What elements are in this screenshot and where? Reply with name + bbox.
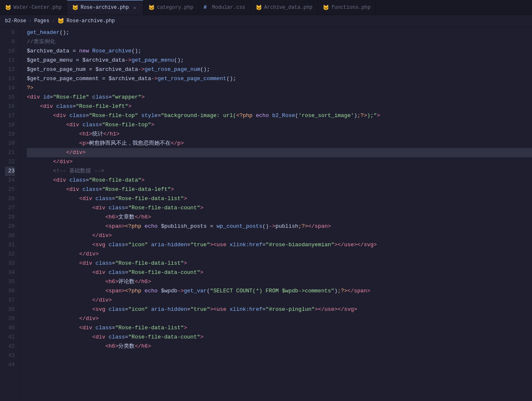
ln-29: 29 [5, 222, 15, 231]
ln-25: 25 [5, 185, 15, 194]
code-line-12: $get_page_menu = $archive_data->get_page… [27, 56, 532, 65]
code-line-44: <h6>分类数</h6> [27, 342, 532, 351]
code-line-26: <div class="Rose-file-data"> [27, 176, 532, 185]
code-line-19: <div class="Rose-file-top" style="backgr… [27, 111, 532, 120]
tab-icon-archive-data: 🐱 [256, 5, 262, 10]
code-line-17: <div id="Rose-file" class="wrapper"> [27, 93, 532, 102]
ln-30: 30 [5, 231, 15, 240]
ln-14: 14 [5, 83, 15, 93]
tab-label-functions: functions.php [331, 5, 371, 10]
ln-10: 10 [5, 47, 15, 56]
ln-20: 20 [5, 139, 15, 148]
code-line-22: <p>树愈静而风不止，我愈恋而她不在</p> [27, 139, 532, 148]
ln-33: 33 [5, 259, 15, 268]
ln-41: 41 [5, 333, 15, 342]
breadcrumb: b2-Rose › Pages › 🐱 Rose-archive.php [0, 15, 532, 27]
ln-17: 17 [5, 111, 15, 120]
ln-24: 24 [5, 176, 15, 185]
tab-label-modular: Modular.css [212, 5, 245, 10]
ln-28: 28 [5, 213, 15, 222]
code-line-16: ?> [27, 83, 532, 93]
ln-26: 26 [5, 194, 15, 203]
tab-close-rose-archive[interactable]: ✕ [131, 4, 138, 11]
ln-42: 42 [5, 342, 15, 351]
code-line-13: $get_rose_page_num = $archive_data->get_… [27, 65, 532, 74]
editor: 8 9 10 11 12 13 14 15 16 17 18 19 20 21 … [0, 27, 532, 400]
tab-icon-rose-archive: 🐱 [72, 5, 78, 10]
ln-8: 8 [5, 28, 15, 37]
ln-18: 18 [5, 120, 15, 130]
code-line-28: <div class="Rose-file-data-list"> [27, 194, 532, 203]
ln-23: 23 [5, 167, 15, 176]
ln-9: 9 [5, 37, 15, 47]
breadcrumb-part-3: Rose-archive.php [67, 18, 115, 24]
code-line-34: </div> [27, 250, 532, 259]
ln-38: 38 [5, 305, 15, 314]
tab-label-category: category.php [157, 5, 193, 10]
breadcrumb-part-2: Pages [34, 18, 49, 24]
code-line-8: get_header(); [27, 28, 532, 37]
ln-32: 32 [5, 250, 15, 259]
breadcrumb-sep-1: › [29, 18, 31, 24]
code-line-30: <h6>文章数</h6> [27, 213, 532, 222]
code-line-11: $archive_data = new Rose_archive(); [27, 47, 532, 56]
code-line-40: <svg class="icon" aria-hidden="true"><us… [27, 305, 532, 314]
code-area[interactable]: get_header(); //类实例化 $archive_data = new… [20, 27, 532, 400]
ln-35: 35 [5, 277, 15, 286]
breadcrumb-sep-2: › [52, 18, 55, 24]
code-line-38: <span><?php echo $wpdb->get_var("SELECT … [27, 286, 532, 296]
ln-19: 19 [5, 130, 15, 139]
line-numbers: 8 9 10 11 12 13 14 15 16 17 18 19 20 21 … [0, 27, 20, 400]
ln-37: 37 [5, 296, 15, 305]
tab-modular[interactable]: # Modular.css [199, 0, 251, 15]
code-line-33: <svg class="icon" aria-hidden="true"><us… [27, 240, 532, 250]
breadcrumb-part-1: b2-Rose [5, 18, 26, 24]
tab-rose-archive[interactable]: 🐱 Rose-archive.php ✕ [67, 0, 143, 15]
code-line-21: <h1>统计</h1> [27, 130, 532, 139]
tab-water-center[interactable]: 🐱 Water-Center.php [0, 0, 67, 15]
ln-12: 12 [5, 65, 15, 74]
tab-category[interactable]: 🐱 category.php [143, 0, 198, 15]
code-line-41: </div> [27, 314, 532, 323]
ln-11: 11 [5, 56, 15, 65]
ln-31: 31 [5, 240, 15, 250]
ln-22: 22 [5, 157, 15, 167]
code-line-42: <div class="Rose-file-data-list"> [27, 323, 532, 333]
code-line-27: <div class="Rose-file-data-left"> [27, 185, 532, 194]
ln-16: 16 [5, 102, 15, 111]
tab-label-rose-archive: Rose-archive.php [80, 5, 129, 10]
code-line-43: <div class="Rose-file-data-count"> [27, 333, 532, 342]
ln-40: 40 [5, 323, 15, 333]
tab-icon-modular: # [204, 5, 210, 10]
code-line-37: <h6>评论数</h6> [27, 277, 532, 286]
code-line-24: </div> [27, 157, 532, 167]
ln-34: 34 [5, 268, 15, 277]
tab-bar: 🐱 Water-Center.php 🐱 Rose-archive.php ✕ … [0, 0, 532, 15]
code-line-31: <span><?php echo $publish_posts = wp_cou… [27, 222, 532, 231]
code-line-25: <!-- 基础数据 --> [27, 167, 532, 176]
code-line-23: </div> [27, 148, 532, 157]
code-line-18: <div class="Rose-file-left"> [27, 102, 532, 111]
code-line-29: <div class="Rose-file-data-count"> [27, 203, 532, 213]
ln-15: 15 [5, 93, 15, 102]
code-line-20: <div class="Rose-file-top"> [27, 120, 532, 130]
tab-functions[interactable]: 🐱 functions.php [318, 0, 376, 15]
code-line-39: </div> [27, 296, 532, 305]
code-line-32: </div> [27, 231, 532, 240]
tab-label-archive-data: Archive_data.php [264, 5, 312, 10]
tab-icon-category: 🐱 [148, 5, 154, 10]
code-line-14: $get_rose_page_comment = $archive_data->… [27, 74, 532, 83]
tab-archive-data[interactable]: 🐱 Archive_data.php [251, 0, 318, 15]
ln-44: 44 [5, 360, 15, 370]
tab-icon-water-center: 🐱 [5, 5, 11, 10]
tab-icon-functions: 🐱 [323, 5, 329, 10]
ln-27: 27 [5, 203, 15, 213]
ln-21: 21 [5, 148, 15, 157]
ln-36: 36 [5, 286, 15, 296]
code-line-35: <div class="Rose-file-data-list"> [27, 259, 532, 268]
ln-43: 43 [5, 351, 15, 360]
ln-39: 39 [5, 314, 15, 323]
code-line-10: //类实例化 [27, 37, 532, 47]
breadcrumb-file-icon: 🐱 [57, 18, 64, 24]
tab-label-water-center: Water-Center.php [13, 5, 62, 10]
